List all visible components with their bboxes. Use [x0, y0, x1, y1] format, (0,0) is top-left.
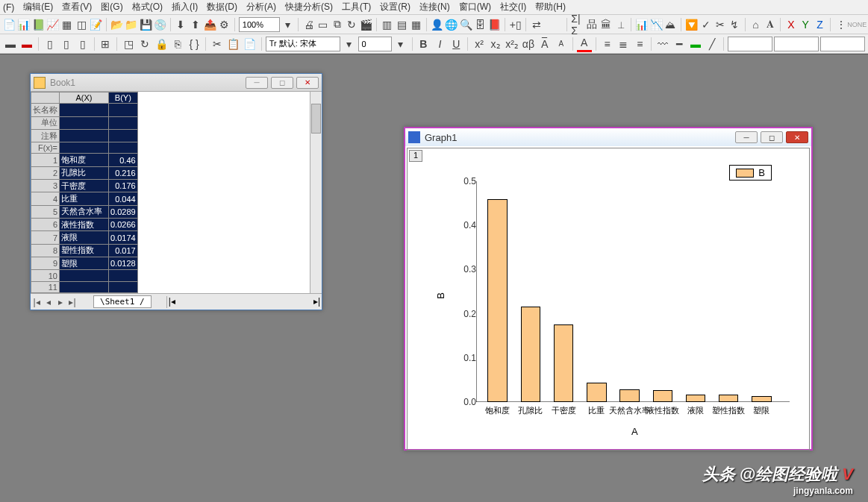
new-project-icon[interactable]: 📄: [3, 16, 16, 33]
book-icon[interactable]: 📕: [488, 16, 501, 33]
col-icon-2[interactable]: ▯: [59, 36, 74, 52]
new-matrix-icon[interactable]: ▦: [60, 16, 73, 33]
cell-value[interactable]: 0.044: [109, 192, 138, 205]
graph-close-button[interactable]: ✕: [786, 131, 808, 143]
cell-value[interactable]: 0.176: [109, 180, 138, 192]
line-width-icon[interactable]: ━: [672, 36, 687, 52]
cell-value[interactable]: 0.0289: [109, 205, 138, 218]
tools-icon-2[interactable]: ▤: [395, 16, 408, 33]
open-template-icon[interactable]: 📁: [125, 16, 137, 33]
font-size-combo[interactable]: 0: [358, 37, 392, 51]
font-color-icon[interactable]: A: [577, 36, 592, 52]
align-left-icon[interactable]: ≡: [600, 36, 615, 52]
worksheet-table[interactable]: A(X)B(Y)长名称单位注释F(x)=1饱和度0.462孔隙比0.2163干密…: [31, 92, 138, 293]
row-header[interactable]: 5: [31, 205, 60, 218]
line-color-icon[interactable]: ╱: [705, 36, 719, 52]
row-icon-1[interactable]: ▬: [3, 36, 18, 52]
filter-icon[interactable]: 🔽: [685, 16, 698, 33]
cut-icon[interactable]: ✂: [210, 36, 225, 52]
row-header[interactable]: 单位: [31, 116, 60, 129]
row-header[interactable]: 3: [31, 180, 60, 192]
db-icon[interactable]: 🗄: [474, 16, 487, 33]
layer-button[interactable]: 1: [409, 150, 422, 162]
cell-label[interactable]: 塑限: [60, 257, 109, 270]
fit-icon-3[interactable]: ↯: [728, 16, 741, 33]
sub-icon[interactable]: x₂: [488, 36, 503, 52]
bigfont-icon[interactable]: A̅: [537, 36, 552, 52]
copy-icon[interactable]: 📋: [226, 36, 241, 52]
z-axis-icon[interactable]: Z: [814, 16, 826, 33]
menu-item[interactable]: 编辑(E): [23, 1, 53, 13]
cell-label[interactable]: 干密度: [60, 180, 109, 192]
tag-icon[interactable]: 𝐀: [764, 16, 776, 33]
cell-value[interactable]: 0.0174: [109, 231, 138, 244]
bar[interactable]: [554, 324, 574, 402]
sheet-nav-first[interactable]: |◂: [31, 297, 43, 307]
cell-label[interactable]: 天然含水率: [60, 205, 109, 218]
layers-icon[interactable]: ◳: [121, 36, 136, 52]
sheet-nav-prev[interactable]: ◂: [43, 297, 54, 307]
menu-item[interactable]: 数据(D): [207, 1, 237, 13]
row-icon-2[interactable]: ▬: [19, 36, 34, 52]
code-icon[interactable]: { }: [187, 36, 202, 52]
align-center-icon[interactable]: ≣: [616, 36, 631, 52]
font-dropdown-icon[interactable]: ▾: [342, 36, 357, 52]
menu-item[interactable]: 窗口(W): [459, 1, 491, 13]
cell-value[interactable]: 0.0128: [109, 257, 138, 270]
line-style-icon[interactable]: 〰: [655, 36, 670, 52]
plot-area[interactable]: [476, 181, 790, 402]
menu-item[interactable]: 设置(R): [380, 1, 410, 13]
new-excel-icon[interactable]: 📗: [32, 16, 45, 33]
batch-icon[interactable]: ⚙: [218, 16, 231, 33]
stats-icon-1[interactable]: Σ|Σ: [571, 16, 584, 33]
cell-label[interactable]: 孔隙比: [60, 166, 109, 179]
col-header[interactable]: B(Y): [109, 92, 138, 104]
zoom-combo[interactable]: 100%: [239, 17, 280, 32]
col-header[interactable]: A(X): [60, 92, 109, 104]
cell-value[interactable]: [109, 116, 138, 129]
cell-label[interactable]: [60, 270, 109, 281]
menu-item[interactable]: 查看(V): [62, 1, 92, 13]
graph-window[interactable]: Graph1 ─ ◻ ✕ 1 B B 0.00.10.20.30.40.5 饱和…: [404, 127, 813, 451]
menu-item[interactable]: 图(G): [101, 1, 122, 13]
cell-label[interactable]: 饱和度: [60, 154, 109, 166]
label-icon[interactable]: ⌂: [749, 16, 762, 33]
cell-value[interactable]: [109, 142, 138, 154]
menu-item[interactable]: 工具(T): [342, 1, 371, 13]
script-icon[interactable]: ⎘: [170, 36, 185, 52]
sheet-tab[interactable]: \Sheet1 /: [93, 295, 152, 308]
cell-label[interactable]: 比重: [60, 192, 109, 205]
menu-item[interactable]: 插入(I): [172, 1, 198, 13]
row-header[interactable]: 11: [31, 281, 60, 292]
refresh-icon[interactable]: ↻: [346, 16, 358, 33]
legend[interactable]: B: [729, 165, 772, 181]
row-header[interactable]: 8: [31, 244, 60, 257]
italic-icon[interactable]: I: [432, 36, 447, 52]
style-combo-1[interactable]: [728, 37, 772, 51]
bar[interactable]: [587, 383, 607, 402]
cell-value[interactable]: [109, 281, 138, 292]
new-layout-icon[interactable]: ◫: [75, 16, 87, 33]
none-label[interactable]: NONE: [849, 16, 865, 33]
book-close-button[interactable]: ✕: [296, 77, 319, 89]
new-notes-icon[interactable]: 📝: [90, 16, 102, 33]
y-axis-icon[interactable]: Y: [799, 16, 812, 33]
supsub-icon[interactable]: x²₂: [505, 36, 519, 52]
print-icon[interactable]: 🖨: [302, 16, 315, 33]
cell-value[interactable]: 0.216: [109, 166, 138, 179]
bar[interactable]: [487, 199, 508, 402]
cell-value[interactable]: [109, 270, 138, 281]
cell-label[interactable]: 液性指数: [60, 219, 109, 231]
graph-titlebar[interactable]: Graph1 ─ ◻ ✕: [405, 128, 811, 146]
bold-icon[interactable]: B: [416, 36, 431, 52]
fill-color-icon[interactable]: ▬: [688, 36, 703, 52]
chart-icon-3[interactable]: ⛰: [664, 16, 677, 33]
fit-icon-2[interactable]: ✂: [714, 16, 726, 33]
menu-item[interactable]: 帮助(H): [535, 1, 566, 13]
smallfont-icon[interactable]: A: [554, 36, 569, 52]
row-header[interactable]: 2: [31, 166, 60, 179]
bar[interactable]: [653, 390, 673, 402]
search-icon[interactable]: 🔍: [459, 16, 472, 33]
open-icon[interactable]: 📂: [110, 16, 123, 33]
size-dropdown-icon[interactable]: ▾: [393, 36, 408, 52]
